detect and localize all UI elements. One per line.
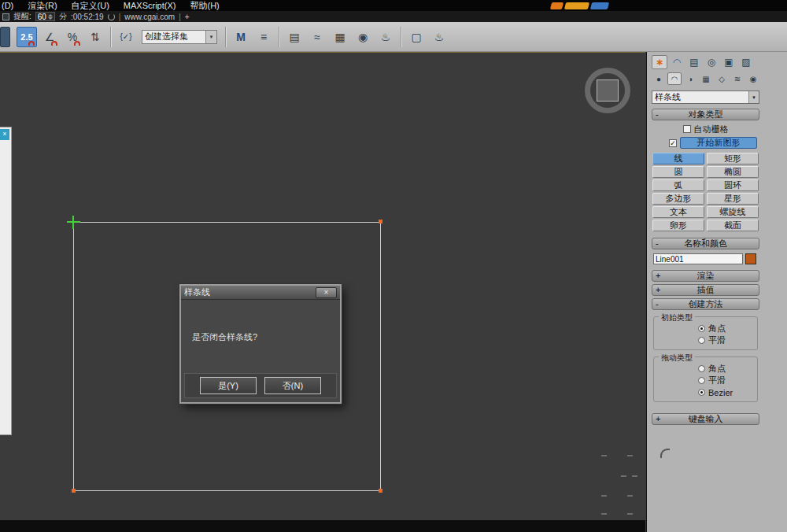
perspective-viewport[interactable]: × 样条线 × 是否闭合样条线? 是(Y) 否(N) bbox=[0, 52, 645, 520]
expand-icon: + bbox=[656, 285, 660, 295]
menu-item-graph-editors-partial[interactable]: (D) bbox=[0, 0, 20, 11]
rollout-header-keyboard-entry[interactable]: + 键盘输入 bbox=[652, 413, 759, 425]
curve-editor-icon: ≈ bbox=[314, 31, 320, 43]
autogrid-label: 自动栅格 bbox=[694, 124, 729, 135]
shape-button-arc[interactable]: 弧 bbox=[652, 179, 704, 191]
spinner-snap-button[interactable]: ⇅ bbox=[85, 27, 105, 47]
radio-drag-corner[interactable] bbox=[698, 365, 705, 372]
rollout-header-creation-method[interactable]: - 创建方法 bbox=[652, 298, 759, 310]
plus-button[interactable]: + bbox=[185, 13, 190, 21]
object-name-input[interactable] bbox=[653, 253, 743, 264]
snap-25-label: 2.5 bbox=[20, 32, 32, 42]
radio-initial-smooth[interactable] bbox=[698, 337, 705, 344]
viewport-tick bbox=[627, 495, 633, 497]
schematic-view-button[interactable]: ▦ bbox=[330, 27, 350, 47]
elapsed-time: :00:52:19 bbox=[71, 13, 104, 21]
category-geometry[interactable]: ● bbox=[652, 72, 666, 85]
curve-editor-button[interactable]: ≈ bbox=[307, 27, 327, 47]
category-systems[interactable]: ◉ bbox=[746, 72, 760, 85]
dialog-close-button[interactable]: × bbox=[316, 287, 337, 298]
grid-icon bbox=[2, 13, 9, 20]
shape-button-donut[interactable]: 圆环 bbox=[707, 179, 759, 191]
chevron-down-icon[interactable]: ▼ bbox=[748, 91, 759, 103]
rollout-header-name-color[interactable]: - 名称和颜色 bbox=[652, 238, 759, 249]
category-lights[interactable]: ◑ bbox=[683, 72, 697, 85]
dialog-titlebar[interactable]: 样条线 × bbox=[181, 286, 340, 300]
shape-button-section[interactable]: 截面 bbox=[707, 220, 759, 231]
shape-button-circle[interactable]: 圆 bbox=[652, 166, 704, 178]
shape-button-rectangle[interactable]: 矩形 bbox=[707, 153, 759, 164]
menu-item-help[interactable]: 帮助(H) bbox=[183, 0, 226, 11]
reminder-spinner[interactable]: 60 bbox=[35, 12, 55, 21]
shape-button-line[interactable]: 线 bbox=[652, 153, 704, 164]
named-selection-icon: {✓} bbox=[120, 32, 131, 41]
category-spacewarps[interactable]: ≋ bbox=[730, 72, 745, 85]
viewport-tick bbox=[601, 495, 607, 497]
material-editor-button[interactable]: ◉ bbox=[353, 27, 373, 47]
collapse-icon: - bbox=[656, 238, 659, 249]
rollout-header-object-type[interactable]: - 对象类型 bbox=[652, 109, 759, 120]
select-window-icon[interactable] bbox=[0, 27, 10, 47]
shape-button-ellipse[interactable]: 椭圆 bbox=[707, 166, 759, 178]
initial-type-group: 初始类型 角点 平滑 bbox=[653, 316, 758, 350]
create-icon: ∗ bbox=[656, 57, 663, 68]
angle-snap-button[interactable]: ∠ bbox=[39, 27, 60, 47]
group-title: 初始类型 bbox=[659, 312, 695, 323]
category-cameras[interactable]: ▦ bbox=[699, 72, 713, 85]
collapse-icon: - bbox=[656, 299, 659, 309]
edit-named-selection-button[interactable]: {✓} bbox=[116, 27, 136, 47]
tab-hierarchy[interactable]: ▤ bbox=[686, 55, 702, 69]
category-helpers[interactable]: ◇ bbox=[715, 72, 729, 85]
quick-render-button[interactable]: ♨ bbox=[429, 27, 449, 47]
shape-button-helix[interactable]: 螺旋线 bbox=[707, 206, 759, 218]
autogrid-checkbox[interactable] bbox=[683, 125, 691, 133]
rollout-header-interpolation[interactable]: + 插值 bbox=[652, 284, 759, 296]
mirror-button[interactable]: M bbox=[231, 27, 251, 47]
chevron-down-icon[interactable]: ▼ bbox=[205, 31, 216, 43]
expand-icon: + bbox=[656, 414, 660, 424]
tab-modify[interactable]: ◠ bbox=[669, 55, 685, 69]
yes-button[interactable]: 是(Y) bbox=[200, 377, 257, 394]
tab-display[interactable]: ▣ bbox=[721, 55, 737, 69]
close-icon[interactable]: × bbox=[0, 129, 9, 140]
menu-item-maxscript[interactable]: MAXScript(X) bbox=[116, 0, 183, 11]
refresh-icon[interactable] bbox=[108, 13, 115, 20]
shape-button-star[interactable]: 星形 bbox=[707, 193, 759, 205]
viewcube-face[interactable] bbox=[597, 79, 619, 102]
group-title: 拖动类型 bbox=[659, 353, 695, 364]
spline-close-dialog: 样条线 × 是否闭合样条线? 是(Y) 否(N) bbox=[179, 284, 342, 404]
radio-drag-smooth[interactable] bbox=[698, 377, 705, 384]
render-setup-button[interactable]: ♨ bbox=[375, 27, 396, 47]
tab-utilities[interactable]: ▨ bbox=[738, 55, 754, 69]
rendered-frame-button[interactable]: ▢ bbox=[406, 27, 427, 47]
quick-render-icon: ♨ bbox=[434, 31, 445, 43]
3dsmax-window: (D) 渲染(R) 自定义(U) MAXScript(X) 帮助(H) 提醒: … bbox=[0, 0, 787, 532]
start-new-shape-checkbox[interactable]: ✓ bbox=[669, 139, 677, 147]
shape-button-text[interactable]: 文本 bbox=[652, 206, 704, 218]
radio-initial-corner[interactable] bbox=[698, 325, 705, 332]
object-color-swatch[interactable] bbox=[745, 253, 756, 264]
start-new-shape-button[interactable]: 开始新图形 bbox=[680, 137, 757, 149]
percent-snap-button[interactable]: % bbox=[62, 27, 83, 47]
shape-button-egg[interactable]: 卵形 bbox=[652, 220, 704, 231]
align-button[interactable]: ≡ bbox=[253, 27, 274, 47]
no-button[interactable]: 否(N) bbox=[264, 377, 321, 394]
radio-drag-bezier[interactable] bbox=[698, 389, 705, 396]
tab-create[interactable]: ∗ bbox=[652, 55, 667, 69]
rollout-header-rendering[interactable]: + 渲染 bbox=[652, 270, 759, 282]
layer-manager-button[interactable]: ▤ bbox=[284, 27, 305, 47]
named-selection-set-dropdown[interactable]: 创建选择集 ▼ bbox=[142, 30, 217, 44]
category-shapes[interactable]: ◠ bbox=[667, 72, 682, 85]
hierarchy-icon: ▤ bbox=[689, 57, 698, 68]
dialog-button-row: 是(Y) 否(N) bbox=[184, 373, 337, 398]
shape-type-dropdown[interactable]: 样条线 ▼ bbox=[652, 91, 759, 104]
rollout-title: 创建方法 bbox=[689, 299, 723, 308]
menu-item-customize[interactable]: 自定义(U) bbox=[65, 0, 116, 11]
info-bar: 提醒: 60 分 :00:52:19 | www.cgai.com | + bbox=[0, 11, 787, 22]
menu-item-rendering[interactable]: 渲染(R) bbox=[20, 0, 64, 11]
spinner-arrows-icon[interactable] bbox=[48, 14, 53, 20]
tab-motion[interactable]: ◎ bbox=[704, 55, 719, 69]
snaps-toggle-button[interactable]: 2.5 bbox=[17, 27, 37, 47]
stray-mark bbox=[660, 449, 670, 458]
shape-button-ngon[interactable]: 多边形 bbox=[652, 193, 704, 205]
